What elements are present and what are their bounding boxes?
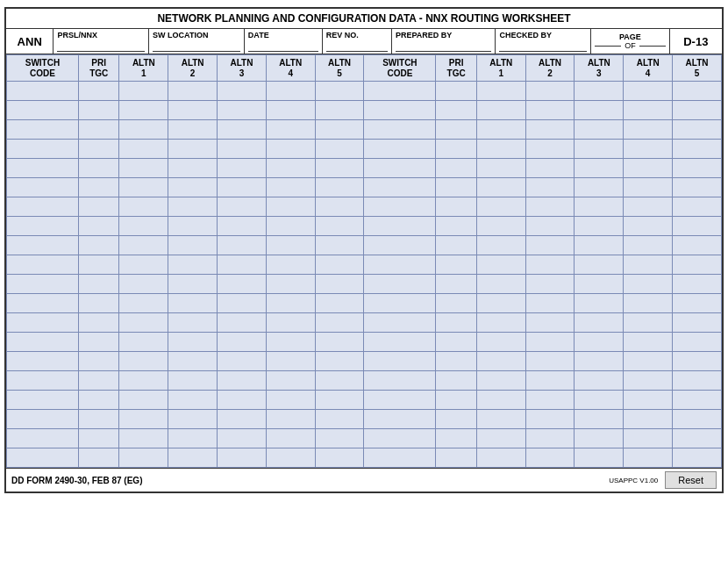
table-cell: [168, 352, 218, 371]
table-cell: [218, 178, 267, 197]
table-row: [7, 371, 722, 391]
table-cell: [476, 140, 525, 159]
table-cell: [525, 275, 575, 294]
table-cell: [266, 429, 315, 448]
table-cell: [575, 159, 624, 178]
table-cell: [7, 410, 79, 429]
table-cell: [78, 120, 119, 140]
table-cell: [436, 82, 477, 101]
table-cell: [525, 255, 575, 275]
table-cell: [575, 178, 624, 197]
table-cell: [7, 313, 79, 333]
table-cell: [168, 275, 218, 294]
footer-right: USAPPC V1.00 Reset: [609, 471, 717, 489]
table-cell: [525, 197, 575, 217]
table-cell: [364, 410, 436, 429]
table-cell: [168, 333, 218, 352]
table-cell: [525, 140, 575, 159]
table-cell: [525, 236, 575, 255]
reset-button[interactable]: Reset: [665, 471, 717, 489]
table-cell: [78, 159, 119, 178]
table-cell: [476, 217, 525, 236]
table-cell: [78, 333, 119, 352]
table-cell: [315, 178, 364, 197]
table-cell: [364, 120, 436, 140]
table-cell: [315, 140, 364, 159]
table-cell: [436, 371, 477, 391]
table-cell: [476, 82, 525, 101]
table-cell: [218, 82, 267, 101]
col-header-altn5_2: ALTN 5: [673, 55, 722, 82]
table-cell: [624, 197, 673, 217]
table-cell: [476, 101, 525, 120]
table-cell: [624, 275, 673, 294]
table-cell: [673, 275, 722, 294]
table-cell: [168, 255, 218, 275]
table-cell: [315, 236, 364, 255]
table-cell: [315, 197, 364, 217]
table-cell: [673, 140, 722, 159]
table-cell: [119, 275, 168, 294]
table-cell: [119, 197, 168, 217]
table-cell: [315, 159, 364, 178]
table-cell: [575, 255, 624, 275]
table-cell: [7, 140, 79, 159]
table-cell: [266, 178, 315, 197]
table-cell: [218, 429, 267, 448]
page-cell: PAGE OF: [591, 29, 670, 54]
table-cell: [7, 333, 79, 352]
table-row: [7, 448, 722, 468]
table-row: [7, 178, 722, 197]
table-cell: [624, 448, 673, 468]
prepby-cell: PREPARED BY: [392, 29, 496, 54]
table-cell: [119, 391, 168, 410]
table-cell: [436, 313, 477, 333]
table-cell: [436, 352, 477, 371]
table-cell: [575, 120, 624, 140]
table-cell: [7, 82, 79, 101]
table-cell: [168, 371, 218, 391]
table-cell: [624, 101, 673, 120]
table-row: [7, 333, 722, 352]
table-cell: [364, 371, 436, 391]
col-header-pri_tgc_1: PRI TGC: [78, 55, 119, 82]
table-cell: [525, 120, 575, 140]
table-cell: [364, 275, 436, 294]
table-cell: [218, 159, 267, 178]
table-cell: [624, 255, 673, 275]
table-row: [7, 275, 722, 294]
table-cell: [315, 333, 364, 352]
version-label: USAPPC V1.00: [609, 477, 658, 484]
table-cell: [7, 275, 79, 294]
table-cell: [218, 333, 267, 352]
table-cell: [436, 333, 477, 352]
table-cell: [364, 255, 436, 275]
table-cell: [119, 313, 168, 333]
table-cell: [436, 429, 477, 448]
table-cell: [315, 448, 364, 468]
table-cell: [218, 313, 267, 333]
revno-cell: REV NO.: [323, 29, 392, 54]
table-cell: [364, 429, 436, 448]
table-cell: [218, 255, 267, 275]
table-cell: [315, 275, 364, 294]
table-cell: [78, 255, 119, 275]
table-cell: [7, 178, 79, 197]
chkby-cell: CHECKED BY: [496, 29, 591, 54]
table-cell: [575, 371, 624, 391]
table-cell: [525, 294, 575, 313]
table-row: [7, 313, 722, 333]
table-cell: [673, 391, 722, 410]
table-cell: [364, 178, 436, 197]
page-wrapper: NETWORK PLANNING AND CONFIGURATION DATA …: [4, 7, 724, 493]
table-cell: [624, 410, 673, 429]
table-cell: [575, 313, 624, 333]
table-cell: [218, 101, 267, 120]
table-cell: [266, 255, 315, 275]
table-cell: [476, 429, 525, 448]
table-cell: [673, 197, 722, 217]
table-cell: [78, 410, 119, 429]
table-cell: [624, 159, 673, 178]
table-cell: [266, 159, 315, 178]
table-cell: [78, 197, 119, 217]
